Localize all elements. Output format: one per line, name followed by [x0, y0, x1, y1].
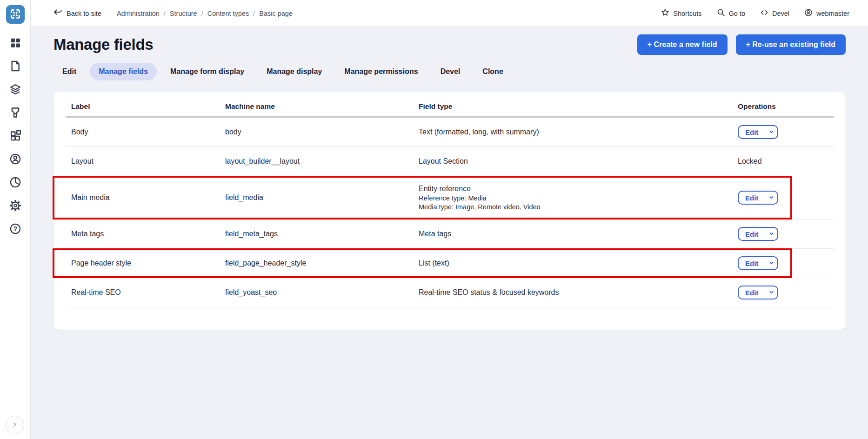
people-icon	[9, 153, 21, 166]
table-row: Page header style field_page_header_styl…	[66, 249, 834, 278]
edit-button[interactable]: Edit	[739, 228, 765, 240]
user-menu-button[interactable]: webmaster	[804, 8, 849, 18]
column-header-label: Label	[66, 102, 220, 111]
edit-dropdown-toggle[interactable]	[765, 286, 777, 299]
svg-text:?: ?	[13, 225, 17, 233]
edit-button[interactable]: Edit	[739, 126, 765, 138]
breadcrumb-content-types[interactable]: Content types	[207, 10, 249, 17]
edit-button[interactable]: Edit	[739, 286, 765, 299]
breadcrumb-basic-page: Basic page	[259, 10, 293, 17]
sidebar-item-help[interactable]: ?	[7, 223, 23, 236]
dashboard-grid-icon	[9, 37, 21, 50]
field-operations-cell: Locked	[732, 157, 834, 166]
sidebar-item-dashboard[interactable]	[7, 37, 23, 50]
admin-sidebar: ?	[0, 0, 31, 439]
edit-dropdown-toggle[interactable]	[765, 192, 777, 204]
reports-pie-icon	[9, 176, 21, 190]
field-label-cell: Meta tags	[66, 230, 220, 238]
field-operations-cell: Edit	[732, 256, 834, 270]
reuse-existing-field-button[interactable]: + Re-use an existing field	[736, 34, 846, 55]
chevron-down-icon	[769, 194, 774, 201]
field-machine-name-cell: field_meta_tags	[220, 230, 413, 238]
create-new-field-button[interactable]: + Create a new field	[637, 34, 728, 55]
site-logo[interactable]	[6, 5, 25, 24]
table-row: Main media field_media Entity referenceR…	[66, 176, 834, 220]
field-operations-cell: Edit	[732, 286, 834, 299]
structure-layers-icon	[9, 83, 21, 97]
edit-dropdown-toggle[interactable]	[765, 126, 777, 138]
field-type-cell: Meta tags	[413, 230, 732, 238]
devel-button[interactable]: Devel	[760, 8, 789, 18]
breadcrumb-separator: /	[164, 10, 166, 17]
table-row: Real-time SEO field_yoast_seo Real-time …	[66, 278, 834, 307]
tab-manage-form-display[interactable]: Manage form display	[161, 63, 253, 80]
field-label-cell: Page header style	[66, 259, 220, 267]
breadcrumb: Administration / Structure / Content typ…	[117, 10, 293, 17]
sidebar-item-extend[interactable]	[7, 130, 23, 143]
main-content: Manage fields + Create a new field + Re-…	[31, 27, 868, 330]
field-operations-cell: Edit	[732, 125, 834, 139]
topbar-actions: Shortcuts Go to Devel w	[661, 8, 849, 18]
edit-split-button: Edit	[738, 286, 778, 299]
breadcrumb-separator: /	[253, 10, 255, 17]
page-actions: + Create a new field + Re-use an existin…	[637, 34, 846, 55]
back-arrow-icon	[53, 9, 62, 18]
locked-label: Locked	[738, 157, 762, 165]
tab-manage-display[interactable]: Manage display	[258, 63, 331, 80]
fields-table: Label Machine name Field type Operations…	[66, 96, 834, 307]
page-header: Manage fields + Create a new field + Re-…	[53, 34, 846, 55]
tab-devel[interactable]: Devel	[432, 63, 469, 80]
table-row: Layout layout_builder__layout Layout Sec…	[66, 147, 834, 176]
shortcuts-button[interactable]: Shortcuts	[661, 8, 701, 18]
chevron-down-icon	[769, 260, 774, 267]
chevron-down-icon	[769, 231, 774, 238]
sidebar-item-configuration[interactable]	[7, 200, 23, 213]
field-operations-cell: Edit	[732, 227, 834, 241]
search-icon	[717, 8, 725, 18]
sidebar-item-appearance[interactable]	[7, 107, 23, 120]
goto-label: Go to	[729, 10, 745, 17]
column-header-field-type: Field type	[413, 102, 732, 111]
field-label-cell: Layout	[66, 157, 220, 166]
sidebar-item-people[interactable]	[7, 153, 23, 166]
sidebar-item-structure[interactable]	[7, 84, 23, 96]
goto-button[interactable]: Go to	[717, 8, 745, 18]
extend-blocks-icon	[9, 130, 21, 143]
column-header-machine-name: Machine name	[220, 102, 413, 111]
star-icon	[661, 8, 669, 18]
tab-edit[interactable]: Edit	[53, 63, 85, 80]
tab-manage-fields[interactable]: Manage fields	[90, 63, 157, 80]
field-type-cell: Text (formatted, long, with summary)	[413, 128, 732, 136]
shortcuts-label: Shortcuts	[673, 10, 701, 17]
field-label-cell: Body	[66, 128, 220, 136]
tab-manage-permissions[interactable]: Manage permissions	[335, 63, 427, 80]
back-to-site-label: Back to site	[67, 10, 101, 17]
fields-table-header: Label Machine name Field type Operations	[66, 96, 834, 118]
breadcrumb-administration[interactable]: Administration	[117, 10, 160, 17]
edit-dropdown-toggle[interactable]	[765, 257, 777, 269]
edit-button[interactable]: Edit	[739, 192, 765, 204]
sidebar-item-reports[interactable]	[7, 177, 23, 189]
breadcrumb-structure[interactable]: Structure	[170, 10, 197, 17]
code-icon	[760, 8, 768, 18]
field-operations-cell: Edit	[732, 191, 834, 205]
sidebar-expand-button[interactable]	[6, 416, 24, 434]
topbar: Back to site Administration / Structure …	[31, 0, 868, 27]
user-icon	[804, 8, 813, 18]
sidebar-item-content[interactable]	[7, 60, 23, 73]
field-machine-name-cell: field_page_header_style	[220, 259, 413, 267]
field-type-cell: Entity referenceReference type: MediaMed…	[413, 185, 732, 211]
tab-clone[interactable]: Clone	[474, 63, 512, 80]
edit-split-button: Edit	[738, 227, 778, 241]
table-row: Body body Text (formatted, long, with su…	[66, 118, 834, 147]
field-label-cell: Main media	[66, 193, 220, 202]
chevron-down-icon	[769, 289, 774, 296]
edit-button[interactable]: Edit	[739, 257, 765, 269]
back-to-site-link[interactable]: Back to site	[53, 9, 101, 18]
page-title: Manage fields	[53, 36, 153, 53]
devel-label: Devel	[772, 10, 789, 17]
field-type-cell: Real-time SEO status & focused keywords	[413, 288, 732, 297]
field-label-cell: Real-time SEO	[66, 288, 220, 297]
edit-dropdown-toggle[interactable]	[765, 228, 777, 240]
content-file-icon	[9, 60, 21, 73]
